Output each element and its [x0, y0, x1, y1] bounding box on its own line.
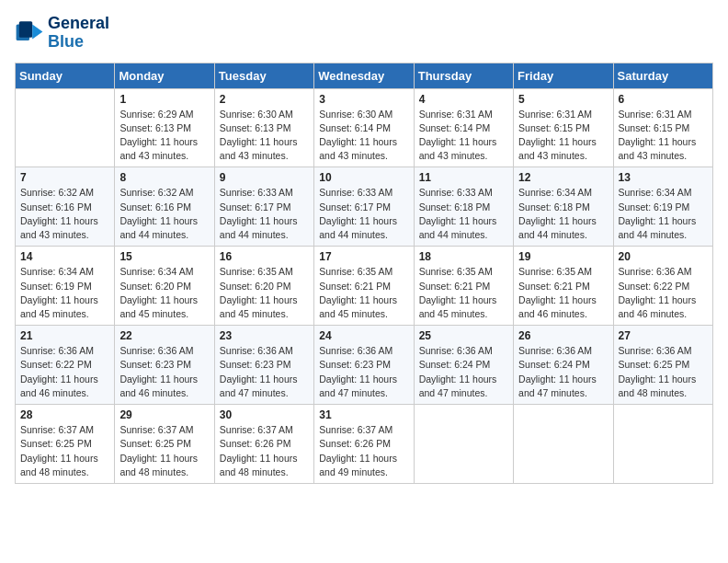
day-number: 17: [319, 250, 408, 263]
day-number: 28: [20, 408, 109, 421]
day-number: 1: [119, 93, 209, 106]
calendar-cell: 26Sunrise: 6:36 AM Sunset: 6:24 PM Dayli…: [514, 326, 613, 405]
calendar-cell: 29Sunrise: 6:37 AM Sunset: 6:25 PM Dayli…: [115, 405, 214, 484]
calendar-cell: 17Sunrise: 6:35 AM Sunset: 6:21 PM Dayli…: [314, 247, 414, 326]
calendar-table: SundayMondayTuesdayWednesdayThursdayFrid…: [15, 63, 713, 484]
day-info: Sunrise: 6:37 AM Sunset: 6:25 PM Dayligh…: [20, 423, 109, 479]
day-info: Sunrise: 6:33 AM Sunset: 6:17 PM Dayligh…: [319, 186, 408, 242]
day-info: Sunrise: 6:30 AM Sunset: 6:13 PM Dayligh…: [220, 108, 309, 164]
day-number: 13: [619, 171, 708, 184]
calendar-cell: 5Sunrise: 6:31 AM Sunset: 6:15 PM Daylig…: [514, 88, 613, 167]
calendar-header-cell: Monday: [115, 63, 214, 88]
calendar-header-cell: Tuesday: [214, 63, 313, 88]
day-info: Sunrise: 6:35 AM Sunset: 6:21 PM Dayligh…: [518, 265, 608, 321]
day-info: Sunrise: 6:34 AM Sunset: 6:19 PM Dayligh…: [619, 186, 708, 242]
day-info: Sunrise: 6:34 AM Sunset: 6:19 PM Dayligh…: [20, 265, 109, 321]
calendar-body: 1Sunrise: 6:29 AM Sunset: 6:13 PM Daylig…: [16, 88, 713, 483]
day-info: Sunrise: 6:37 AM Sunset: 6:25 PM Dayligh…: [119, 423, 209, 479]
day-number: 4: [419, 93, 508, 106]
calendar-cell: 22Sunrise: 6:36 AM Sunset: 6:23 PM Dayli…: [115, 326, 214, 405]
day-info: Sunrise: 6:30 AM Sunset: 6:14 PM Dayligh…: [319, 108, 408, 164]
day-info: Sunrise: 6:36 AM Sunset: 6:22 PM Dayligh…: [619, 265, 708, 321]
day-info: Sunrise: 6:36 AM Sunset: 6:22 PM Dayligh…: [20, 344, 109, 400]
day-number: 15: [119, 250, 209, 263]
day-number: 30: [220, 408, 309, 421]
day-number: 14: [20, 250, 109, 263]
calendar-cell: [16, 88, 115, 167]
svg-marker-2: [32, 24, 42, 39]
day-info: Sunrise: 6:35 AM Sunset: 6:21 PM Dayligh…: [419, 265, 508, 321]
calendar-cell: 13Sunrise: 6:34 AM Sunset: 6:19 PM Dayli…: [613, 167, 712, 247]
calendar-header-cell: Wednesday: [314, 63, 414, 88]
day-number: 7: [20, 171, 109, 184]
day-info: Sunrise: 6:32 AM Sunset: 6:16 PM Dayligh…: [119, 186, 209, 242]
day-info: Sunrise: 6:31 AM Sunset: 6:15 PM Dayligh…: [518, 108, 608, 164]
calendar-header-row: SundayMondayTuesdayWednesdayThursdayFrid…: [16, 63, 713, 88]
day-number: 21: [20, 329, 109, 342]
day-info: Sunrise: 6:36 AM Sunset: 6:23 PM Dayligh…: [119, 344, 209, 400]
day-info: Sunrise: 6:34 AM Sunset: 6:20 PM Dayligh…: [119, 265, 209, 321]
day-info: Sunrise: 6:35 AM Sunset: 6:20 PM Dayligh…: [220, 265, 309, 321]
calendar-week-row: 7Sunrise: 6:32 AM Sunset: 6:16 PM Daylig…: [16, 167, 713, 247]
calendar-cell: 18Sunrise: 6:35 AM Sunset: 6:21 PM Dayli…: [414, 247, 513, 326]
calendar-cell: [414, 405, 513, 484]
day-info: Sunrise: 6:29 AM Sunset: 6:13 PM Dayligh…: [119, 108, 209, 164]
calendar-cell: 20Sunrise: 6:36 AM Sunset: 6:22 PM Dayli…: [613, 247, 712, 326]
day-number: 9: [220, 171, 309, 184]
calendar-header-cell: Thursday: [414, 63, 513, 88]
calendar-cell: 23Sunrise: 6:36 AM Sunset: 6:23 PM Dayli…: [214, 326, 313, 405]
day-info: Sunrise: 6:34 AM Sunset: 6:18 PM Dayligh…: [518, 186, 608, 242]
logo: General Blue: [15, 15, 109, 52]
calendar-cell: 21Sunrise: 6:36 AM Sunset: 6:22 PM Dayli…: [16, 326, 115, 405]
calendar-cell: 3Sunrise: 6:30 AM Sunset: 6:14 PM Daylig…: [314, 88, 414, 167]
calendar-week-row: 1Sunrise: 6:29 AM Sunset: 6:13 PM Daylig…: [16, 88, 713, 167]
svg-rect-1: [19, 21, 32, 38]
day-number: 18: [419, 250, 508, 263]
day-info: Sunrise: 6:36 AM Sunset: 6:24 PM Dayligh…: [419, 344, 508, 400]
day-number: 10: [319, 171, 408, 184]
day-number: 26: [518, 329, 608, 342]
day-info: Sunrise: 6:36 AM Sunset: 6:25 PM Dayligh…: [619, 344, 708, 400]
day-number: 5: [518, 93, 608, 106]
calendar-cell: 4Sunrise: 6:31 AM Sunset: 6:14 PM Daylig…: [414, 88, 513, 167]
calendar-header-cell: Saturday: [613, 63, 712, 88]
day-info: Sunrise: 6:36 AM Sunset: 6:23 PM Dayligh…: [319, 344, 408, 400]
calendar-cell: 19Sunrise: 6:35 AM Sunset: 6:21 PM Dayli…: [514, 247, 613, 326]
day-info: Sunrise: 6:37 AM Sunset: 6:26 PM Dayligh…: [319, 423, 408, 479]
calendar-cell: 28Sunrise: 6:37 AM Sunset: 6:25 PM Dayli…: [16, 405, 115, 484]
day-number: 3: [319, 93, 408, 106]
calendar-header-cell: Sunday: [16, 63, 115, 88]
calendar-cell: 8Sunrise: 6:32 AM Sunset: 6:16 PM Daylig…: [115, 167, 214, 247]
day-info: Sunrise: 6:33 AM Sunset: 6:17 PM Dayligh…: [220, 186, 309, 242]
calendar-cell: 1Sunrise: 6:29 AM Sunset: 6:13 PM Daylig…: [115, 88, 214, 167]
calendar-cell: 6Sunrise: 6:31 AM Sunset: 6:15 PM Daylig…: [613, 88, 712, 167]
day-number: 8: [119, 171, 209, 184]
calendar-week-row: 14Sunrise: 6:34 AM Sunset: 6:19 PM Dayli…: [16, 247, 713, 326]
calendar-week-row: 28Sunrise: 6:37 AM Sunset: 6:25 PM Dayli…: [16, 405, 713, 484]
day-number: 16: [220, 250, 309, 263]
day-info: Sunrise: 6:32 AM Sunset: 6:16 PM Dayligh…: [20, 186, 109, 242]
day-number: 12: [518, 171, 608, 184]
day-info: Sunrise: 6:31 AM Sunset: 6:14 PM Dayligh…: [419, 108, 508, 164]
calendar-cell: 31Sunrise: 6:37 AM Sunset: 6:26 PM Dayli…: [314, 405, 414, 484]
calendar-cell: 30Sunrise: 6:37 AM Sunset: 6:26 PM Dayli…: [214, 405, 313, 484]
day-info: Sunrise: 6:31 AM Sunset: 6:15 PM Dayligh…: [619, 108, 708, 164]
calendar-cell: 27Sunrise: 6:36 AM Sunset: 6:25 PM Dayli…: [613, 326, 712, 405]
day-info: Sunrise: 6:36 AM Sunset: 6:23 PM Dayligh…: [220, 344, 309, 400]
calendar-cell: 24Sunrise: 6:36 AM Sunset: 6:23 PM Dayli…: [314, 326, 414, 405]
day-info: Sunrise: 6:37 AM Sunset: 6:26 PM Dayligh…: [220, 423, 309, 479]
day-info: Sunrise: 6:33 AM Sunset: 6:18 PM Dayligh…: [419, 186, 508, 242]
calendar-cell: 9Sunrise: 6:33 AM Sunset: 6:17 PM Daylig…: [214, 167, 313, 247]
day-number: 31: [319, 408, 408, 421]
calendar-cell: [514, 405, 613, 484]
day-number: 22: [119, 329, 209, 342]
calendar-cell: 11Sunrise: 6:33 AM Sunset: 6:18 PM Dayli…: [414, 167, 513, 247]
calendar-cell: 15Sunrise: 6:34 AM Sunset: 6:20 PM Dayli…: [115, 247, 214, 326]
day-number: 2: [220, 93, 309, 106]
day-number: 23: [220, 329, 309, 342]
logo-text: General Blue: [48, 15, 109, 52]
day-info: Sunrise: 6:35 AM Sunset: 6:21 PM Dayligh…: [319, 265, 408, 321]
day-info: Sunrise: 6:36 AM Sunset: 6:24 PM Dayligh…: [518, 344, 608, 400]
calendar-cell: 14Sunrise: 6:34 AM Sunset: 6:19 PM Dayli…: [16, 247, 115, 326]
logo-icon: [15, 18, 44, 48]
